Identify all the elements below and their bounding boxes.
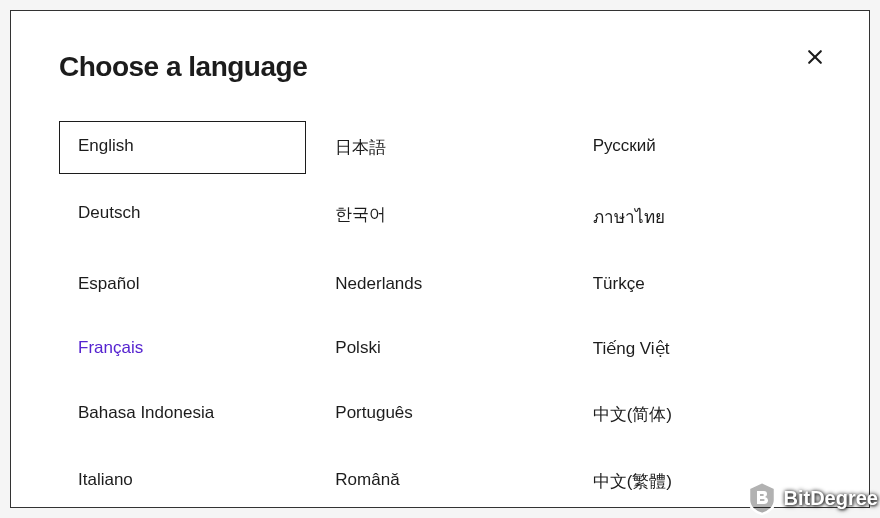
language-label: Tiếng Việt xyxy=(593,339,670,358)
modal-header: Choose a language xyxy=(59,51,821,83)
bitdegree-shield-icon xyxy=(746,480,778,516)
language-label: Italiano xyxy=(78,470,133,489)
language-label: Português xyxy=(335,403,413,422)
language-label: 한국어 xyxy=(335,205,386,224)
language-option-thai[interactable]: ภาษาไทย xyxy=(574,188,821,245)
language-label: Türkçe xyxy=(593,274,645,293)
language-grid: English 日本語 Русский Deutsch 한국어 ภาษาไทย … xyxy=(59,121,821,508)
language-label: 日本語 xyxy=(335,138,386,157)
language-option-korean[interactable]: 한국어 xyxy=(316,188,563,245)
language-option-bahasa-indonesia[interactable]: Bahasa Indonesia xyxy=(59,388,306,441)
language-label: Español xyxy=(78,274,139,293)
language-label: English xyxy=(78,136,134,155)
language-option-romana[interactable]: Română xyxy=(316,455,563,508)
language-label: Nederlands xyxy=(335,274,422,293)
bitdegree-text: BitDegree xyxy=(784,487,878,510)
language-option-italiano[interactable]: Italiano xyxy=(59,455,306,508)
language-modal: Choose a language English 日本語 Русский De… xyxy=(10,10,870,508)
language-label: Русский xyxy=(593,136,656,155)
close-button[interactable] xyxy=(801,43,829,74)
language-label: Bahasa Indonesia xyxy=(78,403,214,422)
language-option-portugues[interactable]: Português xyxy=(316,388,563,441)
language-label: ภาษาไทย xyxy=(593,208,665,227)
close-icon xyxy=(805,47,825,70)
language-label: Français xyxy=(78,338,143,357)
language-option-deutsch[interactable]: Deutsch xyxy=(59,188,306,245)
language-label: 中文(繁體) xyxy=(593,472,672,491)
language-label: Română xyxy=(335,470,399,489)
language-label: Deutsch xyxy=(78,203,140,222)
modal-title: Choose a language xyxy=(59,51,307,83)
language-option-polski[interactable]: Polski xyxy=(316,323,563,374)
language-option-espanol[interactable]: Español xyxy=(59,259,306,309)
language-label: 中文(简体) xyxy=(593,405,672,424)
language-option-tieng-viet[interactable]: Tiếng Việt xyxy=(574,323,821,374)
language-option-chinese-simplified[interactable]: 中文(简体) xyxy=(574,388,821,441)
language-label: Polski xyxy=(335,338,380,357)
language-option-japanese[interactable]: 日本語 xyxy=(316,121,563,174)
language-option-english[interactable]: English xyxy=(59,121,306,174)
bitdegree-watermark: BitDegree xyxy=(746,480,878,516)
language-option-turkce[interactable]: Türkçe xyxy=(574,259,821,309)
language-option-nederlands[interactable]: Nederlands xyxy=(316,259,563,309)
language-option-francais[interactable]: Français xyxy=(59,323,306,374)
language-option-russian[interactable]: Русский xyxy=(574,121,821,174)
